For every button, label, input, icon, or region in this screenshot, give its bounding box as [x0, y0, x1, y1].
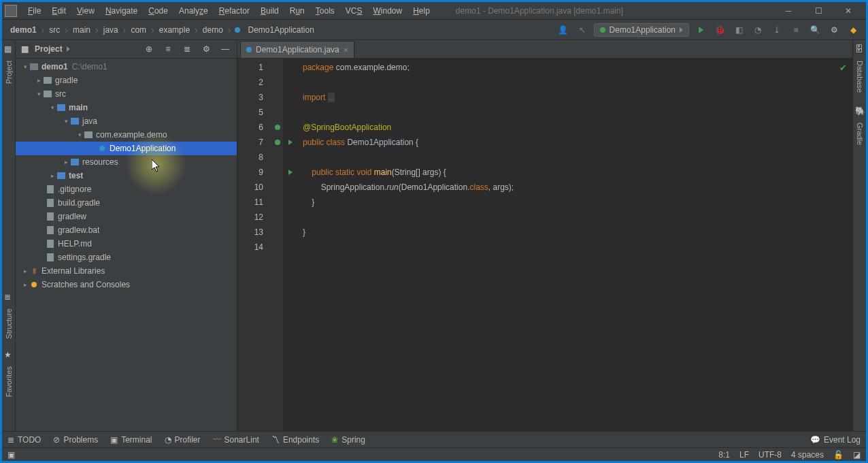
- minimize-button[interactable]: ─: [773, 2, 803, 20]
- tree-selected-class[interactable]: Demo1Application: [16, 142, 237, 155]
- tree-root[interactable]: demo1: [41, 62, 68, 71]
- crumb-src[interactable]: src: [46, 25, 63, 35]
- favorites-tab[interactable]: Favorites: [3, 362, 14, 401]
- tree-resources[interactable]: resources: [82, 157, 118, 167]
- tree-external-libraries[interactable]: External Libraries: [41, 266, 105, 276]
- menu-refactor[interactable]: Refactor: [214, 3, 255, 18]
- editor-tab-label: Demo1Application.java: [256, 45, 339, 54]
- menu-file[interactable]: File: [22, 3, 46, 18]
- line-separator[interactable]: LF: [739, 450, 749, 460]
- tree-gradlewbat[interactable]: gradlew.bat: [58, 225, 99, 235]
- todo-tool[interactable]: ≣TODO: [7, 435, 41, 445]
- class-icon: [246, 47, 252, 52]
- run-line-icon[interactable]: [284, 135, 297, 150]
- run-button[interactable]: [693, 22, 708, 37]
- select-opened-icon[interactable]: ⊕: [141, 42, 156, 57]
- window-title: demo1 - Demo1Application.java [demo1.mai…: [456, 6, 623, 16]
- tree-buildgradle[interactable]: build.gradle: [58, 198, 100, 208]
- structure-tool-icon[interactable]: ≣: [4, 292, 14, 302]
- menu-edit[interactable]: Edit: [46, 3, 71, 18]
- crumb-java[interactable]: java: [101, 25, 121, 35]
- menu-build[interactable]: Build: [255, 3, 284, 18]
- tree-settingsgradle[interactable]: settings.gradle: [58, 253, 111, 262]
- editor-tab-active[interactable]: Demo1Application.java ×: [240, 41, 354, 58]
- crumb-demo[interactable]: demo: [200, 25, 226, 35]
- caret-position[interactable]: 8:1: [718, 450, 730, 460]
- endpoints-tool[interactable]: 〽Endpoints: [271, 435, 319, 445]
- tree-main[interactable]: main: [69, 103, 88, 112]
- tree-gradle[interactable]: gradle: [55, 76, 78, 85]
- crumb-root[interactable]: demo1: [7, 25, 39, 35]
- attach-button[interactable]: ⤓: [769, 22, 784, 37]
- close-button[interactable]: ✕: [833, 2, 863, 20]
- gradle-tab[interactable]: Gradle: [854, 118, 865, 149]
- inspection-ok-icon[interactable]: ✔: [839, 63, 847, 73]
- debug-button[interactable]: 🐞: [712, 22, 727, 37]
- terminal-tool[interactable]: ▣Terminal: [110, 435, 152, 445]
- indent-setting[interactable]: 4 spaces: [791, 450, 824, 460]
- tree-java[interactable]: java: [82, 116, 97, 126]
- tree-test[interactable]: test: [69, 171, 83, 180]
- collapse-all-icon[interactable]: ≣: [180, 42, 195, 57]
- tree-package[interactable]: com.example.demo: [96, 130, 167, 140]
- menu-help[interactable]: Help: [407, 3, 435, 18]
- spring-tool[interactable]: ❀Spring: [331, 435, 365, 445]
- sonarlint-tool[interactable]: 〰SonarLint: [213, 435, 259, 445]
- stop-button[interactable]: ■: [788, 22, 803, 37]
- settings-icon[interactable]: ⚙: [827, 22, 841, 37]
- add-config-icon[interactable]: 👤: [556, 22, 571, 37]
- build-hammer-icon[interactable]: ↖: [575, 22, 590, 37]
- tree-gradlew[interactable]: gradlew: [58, 212, 86, 221]
- hide-panel-icon[interactable]: —: [218, 42, 233, 57]
- tool-windows-icon[interactable]: ▣: [7, 450, 15, 460]
- menu-code[interactable]: Code: [143, 3, 173, 18]
- crumb-com[interactable]: com: [128, 25, 149, 35]
- database-tool-icon[interactable]: 🗄: [855, 44, 865, 54]
- expand-all-icon[interactable]: ≡: [161, 42, 176, 57]
- menu-run[interactable]: Run: [284, 3, 310, 18]
- crumb-example[interactable]: example: [156, 25, 193, 35]
- coverage-button[interactable]: ◧: [731, 22, 746, 37]
- profiler-tool[interactable]: ◔Profiler: [165, 435, 201, 445]
- search-icon[interactable]: 🔍: [807, 22, 822, 37]
- tree-src[interactable]: src: [55, 89, 66, 99]
- tree-helpmd[interactable]: HELP.md: [58, 239, 92, 249]
- close-tab-icon[interactable]: ×: [344, 45, 349, 55]
- tree-gitignore[interactable]: .gitignore: [58, 185, 91, 194]
- project-tool-icon[interactable]: ▦: [4, 44, 14, 54]
- run-config-select[interactable]: Demo1Application: [594, 23, 689, 37]
- run-gutter: [284, 59, 297, 431]
- code-text[interactable]: package com.example.demo; import ... @Sp…: [297, 59, 852, 431]
- favorites-tool-icon[interactable]: ★: [4, 350, 14, 360]
- file-encoding[interactable]: UTF-8: [758, 450, 782, 460]
- menu-vcs[interactable]: VCS: [340, 3, 368, 18]
- spring-gutter-icon[interactable]: [271, 120, 283, 135]
- tree-scratches[interactable]: Scratches and Consoles: [41, 280, 130, 289]
- readonly-lock-icon[interactable]: 🔓: [833, 450, 844, 460]
- project-tree[interactable]: ▾demo1C:\demo1 ▸gradle ▾src ▾main ▾java …: [16, 59, 237, 431]
- database-tab[interactable]: Database: [854, 57, 865, 97]
- crumb-main[interactable]: main: [70, 25, 93, 35]
- memory-indicator-icon[interactable]: ◪: [853, 450, 861, 460]
- maximize-button[interactable]: ☐: [803, 2, 833, 20]
- structure-tab[interactable]: Structure: [3, 304, 14, 343]
- problems-tool[interactable]: ⊘Problems: [53, 435, 98, 445]
- profile-button[interactable]: ◔: [750, 22, 765, 37]
- status-bar: ▣ 8:1 LF UTF-8 4 spaces 🔓 ◪: [2, 447, 866, 461]
- spring-gutter-icon[interactable]: [271, 135, 283, 150]
- crumb-class[interactable]: Demo1Application: [245, 25, 316, 35]
- menu-window[interactable]: Window: [367, 3, 407, 18]
- menu-view[interactable]: View: [71, 3, 100, 18]
- project-tab[interactable]: Project: [3, 57, 14, 88]
- menu-analyze[interactable]: Analyze: [173, 3, 214, 18]
- code-editor[interactable]: 123567891011121314 package com.example.d…: [237, 59, 852, 431]
- run-line-icon[interactable]: [284, 165, 297, 180]
- gradle-tool-icon[interactable]: 🐘: [855, 106, 865, 116]
- menu-tools[interactable]: Tools: [310, 3, 340, 18]
- menu-navigate[interactable]: Navigate: [100, 3, 143, 18]
- panel-settings-icon[interactable]: ⚙: [199, 42, 214, 57]
- menu-bar: File Edit View Navigate Code Analyze Ref…: [2, 2, 866, 20]
- event-log-tool[interactable]: 💬Event Log: [810, 435, 861, 445]
- chevron-down-icon[interactable]: [67, 46, 70, 52]
- ide-actions-icon[interactable]: ◆: [846, 22, 861, 37]
